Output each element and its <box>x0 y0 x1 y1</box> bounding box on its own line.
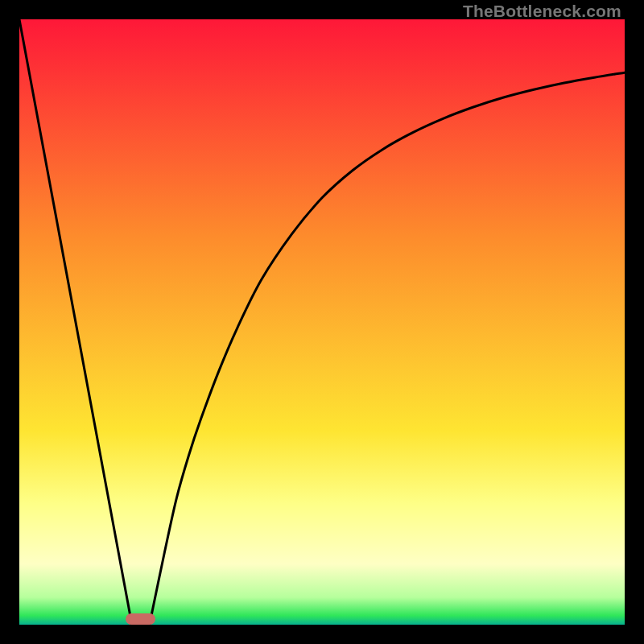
optimal-marker <box>126 613 156 625</box>
gradient-background <box>19 19 625 625</box>
bottleneck-chart <box>19 19 625 625</box>
chart-frame <box>19 19 625 625</box>
watermark-text: TheBottleneck.com <box>463 2 621 21</box>
